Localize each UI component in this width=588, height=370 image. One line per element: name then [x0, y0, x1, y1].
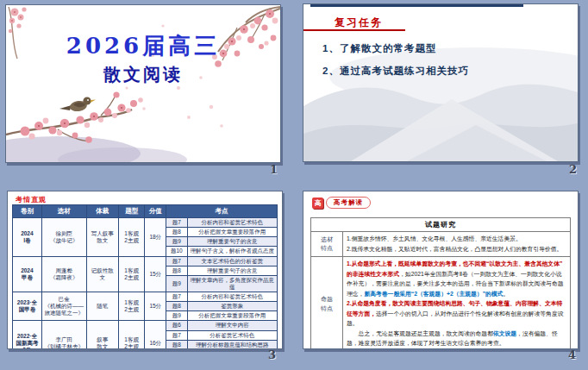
table-title-row: 试题研究: [311, 218, 571, 232]
question-number-cell: 题7: [166, 256, 188, 266]
question-number-cell: 题10: [166, 247, 188, 256]
genre-cell: 叙事 散文: [86, 321, 118, 349]
column-header: 体裁: [86, 205, 118, 218]
slide2-heading: 复习任务: [335, 16, 383, 30]
volume-cell: 2022·全 国新高考 Ⅱ卷: [13, 321, 42, 349]
question-point-cell: 分析把握文章重要段落作用: [187, 228, 277, 237]
top-accent-bar: [310, 4, 523, 7]
slide-number-2: 2: [569, 163, 577, 176]
paragraph: 1.侧重故乡情怀、乡土风情、文化寻根、人生感悟、亲近生活美景。: [347, 234, 566, 244]
question-point-cell: 理解重要句子的含意: [187, 237, 277, 247]
paragraph: 2.从命题角度看，散文阅读主要围绕结构思路、句子、物象意蕴、内容理解、文本特征等…: [347, 298, 566, 329]
question-point-cell: 文本艺术特色的分析鉴赏: [187, 256, 277, 266]
slide-number-3: 3: [268, 348, 276, 361]
badge-label: 高考解读: [326, 197, 371, 209]
question-point-cell: 分析把握文章重要段落作用: [187, 311, 277, 321]
question-number-cell: 题8: [166, 340, 188, 349]
genre-cell: 记叙性散文: [86, 256, 118, 292]
text-run: 1.侧重故乡情怀、乡土风情、文化寻根、人生感悟、亲近生活美景。: [347, 235, 522, 241]
volume-cell: 2023·全 国甲卷: [13, 292, 42, 321]
text-run: 2.既传承文化精髓，又贴近时代，富含精品文化，凸显思想对人们的教育引导价值。: [347, 246, 562, 252]
text-run: 。: [503, 291, 509, 297]
presentation-subtitle: 散文阅读: [6, 63, 280, 86]
question-number-cell: 题7: [166, 218, 188, 228]
slide-thumbnail-4[interactable]: 高 高考解读 试题研究 选材 特点1.侧重故乡情怀、乡土风情、文化寻根、人生感悟…: [303, 191, 579, 349]
question-number-cell: 题8: [166, 228, 188, 237]
table-header-row: 卷别选材体裁题型分值考点: [13, 205, 278, 218]
table-row: 2024 甲卷周蓬桦 《霜降夜》记叙性散文1客观 2主观15分题7文本艺术特色的…: [13, 256, 278, 266]
row-content-cell: 1.侧重故乡情怀、乡土风情、文化寻根、人生感悟、亲近生活美景。2.既传承文化精髓…: [343, 232, 571, 257]
question-number-cell: 题7: [166, 292, 188, 302]
score-cell: 16分: [145, 321, 166, 349]
exam-badge-icon: 高: [312, 198, 323, 209]
volume-cell: 2024 甲卷: [13, 256, 42, 292]
score-cell: 15分: [145, 292, 166, 321]
question-point-cell: 理解分析标题意蕴和结构思路: [187, 340, 277, 349]
row-content-cell: 1.从命题形式上看，既延续单篇散文的考查，也不回避“以散文为主、兼含其他文体”的…: [343, 257, 571, 349]
volume-cell: 2024 Ⅰ卷: [13, 218, 42, 257]
text-run: 依文设题: [493, 330, 516, 336]
question-point-cell: 分析内容和鉴赏艺术特色: [187, 218, 277, 228]
score-cell: 15分: [145, 256, 166, 292]
question-point-cell: 理解文章内容，多角度探究作品意蕴: [187, 275, 277, 292]
question-number-cell: 题9: [166, 275, 188, 292]
row-label-cell: 命题 特点: [311, 257, 343, 349]
question-point-cell: 理解文中内容: [187, 321, 277, 330]
paragraph: 1.从命题形式上看，既延续单篇散文的考查，也不回避“以散文为主、兼含其他文体”的…: [347, 259, 566, 298]
question-number-cell: 题9: [166, 311, 188, 321]
slide-thumbnail-1[interactable]: 2026届高三 散文阅读: [5, 4, 281, 163]
text-run: 新高考卷一般采用“2（客观题）+2（主观题）”的模式: [364, 291, 503, 297]
source-cell: 李广田 《到橘子林去》: [41, 321, 86, 349]
slide-thumbnail-3[interactable]: 考情直观 卷别选材体裁题型分值考点 2024 Ⅰ卷徐则臣 《放牛记》写人叙事 散…: [7, 191, 283, 349]
column-header: 考点: [166, 205, 278, 218]
question-type-cell: 1客观 2主观: [118, 256, 145, 292]
study-table-row: 命题 特点1.从命题形式上看，既延续单篇散文的考查，也不回避“以散文为主、兼含其…: [311, 257, 571, 349]
table-row: 2022·全 国新高考 Ⅱ卷李广田 《到橘子林去》叙事 散文1客观 2主观16分…: [13, 321, 278, 330]
column-header: 题型: [118, 205, 145, 218]
bird-illustration: [59, 97, 96, 112]
source-cell: 巴金 《机械的诗——旅途随笔之一》: [41, 292, 86, 321]
task-item: 1、了解散文的常考题型: [322, 42, 569, 55]
title-block: 2026届高三 散文阅读: [6, 31, 280, 86]
review-task-list: 1、了解散文的常考题型2、通过高考试题练习相关技巧: [322, 42, 569, 87]
text-run: 选择一个小的切入口，从对作品进行个性化解读和有创意的解读等角度设题。: [347, 310, 563, 327]
study-table-row: 选材 特点1.侧重故乡情怀、乡土风情、文化寻根、人生感悟、亲近生活美景。2.既传…: [311, 232, 571, 257]
question-number-cell: 题6: [166, 321, 188, 330]
paragraph: 总之，无论是客观题还是主观题，散文阅读的命题都依文设题，没有偏题、怪题，难度灵活…: [347, 329, 566, 348]
question-number-cell: 题8: [166, 302, 188, 311]
slide-thumbnail-2[interactable]: 复习任务 1、了解散文的常考题型2、通过高考试题练习相关技巧: [303, 3, 579, 162]
question-point-cell: 理解重要句子的含意: [187, 266, 277, 275]
column-header: 卷别: [13, 205, 42, 218]
question-point-cell: 分析鉴赏艺术特色: [187, 330, 277, 340]
question-type-cell: 1客观 2主观: [118, 218, 145, 257]
table-row: 2023·全 国甲卷巴金 《机械的诗——旅途随笔之一》随笔1客观 2主观15分题…: [13, 292, 278, 302]
question-point-cell: 鉴赏形象: [187, 302, 277, 311]
question-number-cell: 题8: [166, 266, 188, 275]
slide-sorter-canvas: 2026届高三 散文阅读 1 复习任务 1、了解散文的常考题型2、通过高考试题练…: [0, 0, 588, 370]
table-title: 试题研究: [311, 218, 571, 232]
task-item: 2、通过高考试题练习相关技巧: [322, 65, 569, 78]
row-label-cell: 选材 特点: [311, 232, 343, 257]
presentation-title: 2026届高三: [6, 31, 280, 61]
paragraph: 2.既传承文化精髓，又贴近时代，富含精品文化，凸显思想对人们的教育引导价值。: [347, 244, 566, 254]
question-number-cell: 题7: [166, 330, 188, 340]
slide-number-1: 1: [270, 163, 278, 176]
slide3-heading: 考情直观: [16, 195, 47, 204]
question-number-cell: 题9: [166, 237, 188, 247]
exam-overview-table: 卷别选材体裁题型分值考点 2024 Ⅰ卷徐则臣 《放牛记》写人叙事 散文1客观 …: [12, 204, 278, 349]
exam-interpretation-badge: 高 高考解读: [312, 197, 371, 209]
question-point-cell: 分析内容和鉴赏艺术特色: [187, 292, 277, 302]
genre-cell: 写人叙事 散文: [86, 218, 118, 257]
table-row: 2024 Ⅰ卷徐则臣 《放牛记》写人叙事 散文1客观 2主观18分题7分析内容和…: [13, 218, 278, 228]
question-study-table: 试题研究 选材 特点1.侧重故乡情怀、乡土风情、文化寻根、人生感悟、亲近生活美景…: [310, 217, 571, 349]
heading-underline: [303, 29, 405, 31]
question-point-cell: 理解句子含义，解析作者观点态度: [187, 247, 277, 256]
genre-cell: 随笔: [86, 292, 118, 321]
source-cell: 周蓬桦 《霜降夜》: [41, 256, 86, 292]
question-type-cell: 1客观 2主观: [118, 292, 145, 321]
source-cell: 徐则臣 《放牛记》: [41, 218, 86, 257]
column-header: 分值: [145, 205, 166, 218]
text-run: 总之，无论是客观题还是主观题，散文阅读的命题都: [359, 330, 493, 336]
score-cell: 18分: [145, 218, 166, 257]
slide-number-4: 4: [568, 348, 576, 361]
